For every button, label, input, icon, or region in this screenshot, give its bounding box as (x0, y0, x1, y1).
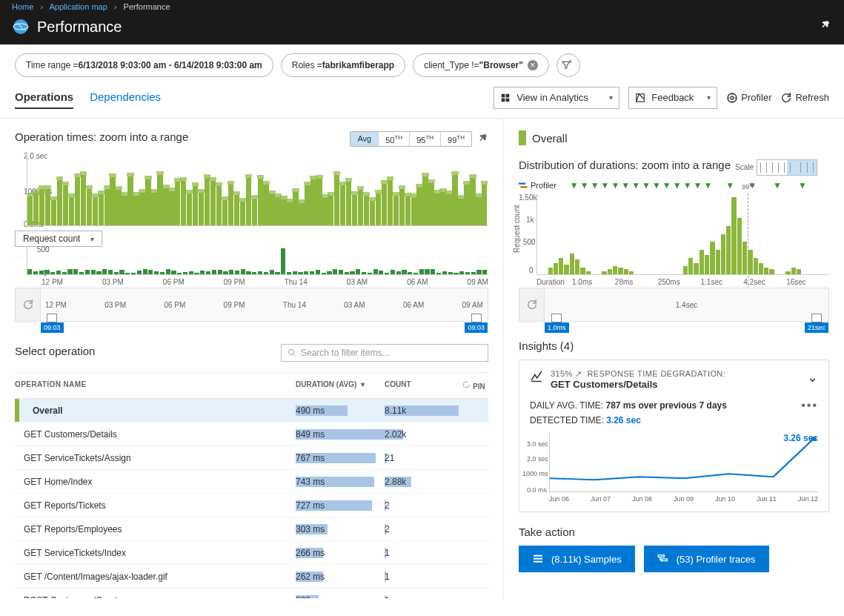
add-filter-button[interactable]: + (556, 53, 580, 77)
filter-bar: Time range = 6/13/2018 9:03:00 am - 6/14… (0, 44, 844, 86)
scrubber-handle-left[interactable]: 09:03 (41, 322, 64, 333)
scale-toggle[interactable] (757, 159, 817, 176)
svg-rect-4 (502, 98, 505, 102)
svg-rect-13 (534, 555, 542, 557)
overall-color-icon (519, 130, 526, 145)
agg-50th[interactable]: 50TH (379, 132, 410, 147)
breadcrumb-current: Performance (124, 2, 170, 11)
operation-times-chart[interactable]: 2.0 sec 1000 ms 0.0ms (15, 152, 488, 226)
th-duration[interactable]: DURATION (AVG) ▾ (296, 380, 385, 391)
search-input[interactable]: Search to filter items... (281, 344, 488, 362)
top-bar: Home › Application map › Performance Per… (0, 0, 844, 44)
scrubber-handle-left[interactable]: 1.0ms (545, 322, 569, 333)
svg-rect-16 (658, 555, 664, 557)
insights-title: Insights (4) (519, 340, 829, 352)
svg-rect-14 (534, 558, 542, 560)
scrubber-handle-right[interactable]: 21sec (805, 322, 828, 333)
insight-card[interactable]: 315% ↗ RESPONSE TIME DEGRADATION: GET Cu… (519, 360, 829, 512)
breadcrumb: Home › Application map › Performance (12, 2, 170, 11)
more-icon[interactable]: ••• (801, 399, 818, 412)
profiler-markers-row: Profiler ▼▼▼▼▼▼▼▼▼▼▼▼▼▼▼▼▼▼ (519, 180, 829, 191)
view-in-analytics-dropdown[interactable]: View in Analytics▾ (494, 87, 619, 109)
overall-label: Overall (532, 132, 568, 145)
insight-trend-chart (549, 433, 818, 492)
dist-y-label: Request count (513, 205, 521, 254)
duration-axis-label: Duration (536, 278, 572, 286)
close-icon[interactable]: ✕ (528, 60, 538, 70)
filter-roles[interactable]: Roles = fabrikamfiberapp (281, 53, 405, 77)
svg-rect-5 (506, 98, 510, 102)
agg-avg[interactable]: Avg (350, 132, 379, 147)
agg-99th[interactable]: 99TH (441, 132, 471, 147)
take-action-title: Take action (519, 526, 829, 538)
svg-rect-10 (519, 183, 525, 185)
operation-times-title: Operation times: zoom into a range (15, 130, 188, 143)
feedback-dropdown[interactable]: Feedback▾ (628, 87, 717, 109)
filter-client-type[interactable]: client_Type != "Browser" ✕ (413, 53, 549, 77)
pin-icon[interactable] (820, 19, 831, 32)
tab-dependencies[interactable]: Dependencies (90, 86, 161, 109)
refresh-button[interactable]: Refresh (780, 92, 829, 104)
select-operation-title: Select operation (15, 345, 95, 357)
svg-rect-3 (506, 93, 510, 97)
profiler-icon (519, 182, 529, 189)
table-row[interactable]: GET ServiceTickets/Index266 ms1 (15, 541, 488, 565)
distribution-scrubber[interactable]: 1.4sec 1.0ms 21sec (519, 288, 829, 322)
svg-rect-2 (502, 93, 505, 97)
reset-zoom-icon[interactable] (16, 288, 41, 321)
trend-icon (530, 369, 543, 382)
chart-x-axis: 12 PM03 PM06 PM09 PMThu 1403 AM06 AM09 A… (41, 278, 488, 286)
scale-label: Scale (735, 163, 754, 171)
table-row[interactable]: GET Reports/Employees303 ms2 (15, 517, 488, 541)
table-row[interactable]: GET Reports/Tickets727 ms2 (15, 494, 488, 517)
table-row[interactable]: Overall490 ms8.11k (15, 399, 488, 423)
distribution-chart[interactable]: 99ᵀᴴ (536, 193, 829, 275)
svg-point-8 (731, 96, 734, 99)
svg-rect-15 (534, 561, 542, 563)
table-row[interactable]: GET ServiceTickets/Assign767 ms21 (15, 446, 488, 470)
distribution-title: Distribution of durations: zoom into a r… (519, 159, 731, 171)
table-row[interactable]: GET Customers/Details849 ms2.02k (15, 423, 488, 446)
toolbar-row: Operations Dependencies View in Analytic… (0, 86, 844, 119)
globe-icon (12, 18, 30, 36)
samples-button[interactable]: (8.11k) Samples (519, 546, 635, 572)
aggregation-toggle: Avg 50TH 95TH 99TH (350, 131, 472, 148)
chevron-down-icon[interactable]: ⌄ (807, 369, 818, 385)
table-row[interactable]: GET Home/Index743 ms2.88k (15, 470, 488, 494)
pin-chart-icon[interactable] (478, 133, 488, 145)
breadcrumb-home[interactable]: Home (12, 2, 33, 11)
table-row[interactable]: GET /Content/Images/ajax-loader.gif262 m… (15, 565, 488, 589)
page-title: Performance (37, 19, 122, 36)
profiler-button[interactable]: Profiler (726, 92, 771, 104)
th-operation-name[interactable]: OPERATION NAME (15, 380, 296, 391)
tab-operations[interactable]: Operations (15, 86, 73, 109)
request-count-dropdown[interactable]: Request count▾ (15, 231, 102, 247)
breadcrumb-appmap[interactable]: Application map (50, 2, 107, 11)
table-row[interactable]: POST Customers/Create222 ms1 (15, 589, 488, 598)
th-count[interactable]: COUNT (385, 380, 459, 391)
tabs: Operations Dependencies (15, 86, 161, 109)
reset-zoom-icon[interactable] (519, 288, 545, 321)
time-scrubber[interactable]: 12 PM03 PM06 PM09 PMThu 1403 AM06 AM09 A… (15, 288, 488, 322)
operations-table: OPERATION NAME DURATION (AVG) ▾ COUNT PI… (15, 372, 488, 598)
agg-95th[interactable]: 95TH (410, 132, 441, 147)
svg-rect-11 (520, 186, 527, 188)
svg-point-9 (289, 350, 294, 355)
profiler-traces-button[interactable]: (53) Profiler traces (644, 546, 769, 572)
request-count-chart[interactable] (27, 245, 488, 275)
svg-point-12 (811, 437, 816, 441)
scrubber-handle-right[interactable]: 09:03 (465, 322, 488, 333)
th-pin: PIN (459, 380, 488, 391)
filter-time-range[interactable]: Time range = 6/13/2018 9:03:00 am - 6/14… (15, 53, 273, 77)
